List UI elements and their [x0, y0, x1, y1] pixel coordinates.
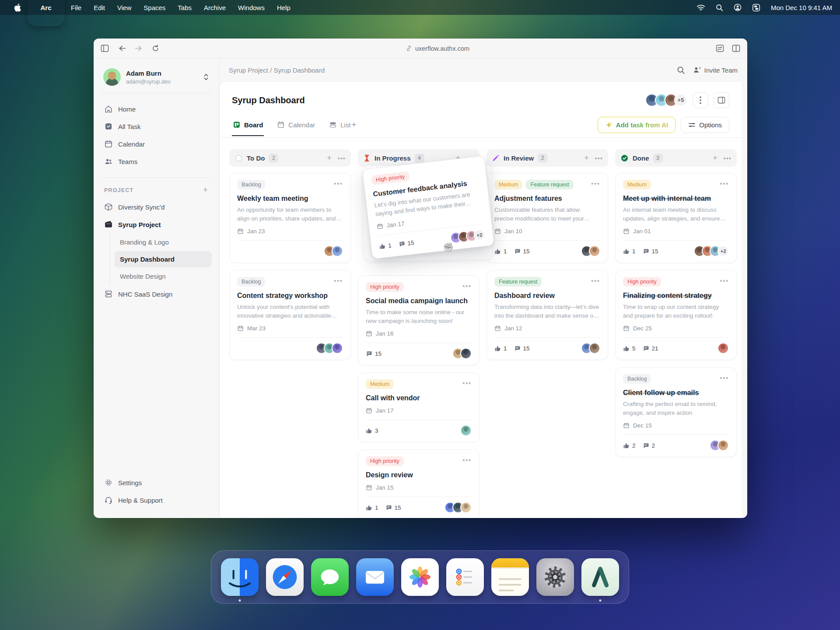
comments-stat[interactable]: 21	[643, 345, 658, 352]
add-card-button[interactable]: +	[327, 154, 332, 162]
split-view-icon[interactable]	[732, 45, 740, 52]
task-card[interactable]: Backlog••• Client follow up emails Craft…	[615, 367, 737, 457]
comments-stat[interactable]: 2	[643, 442, 655, 449]
sidebar-subproject-website-design[interactable]: Website Design	[115, 268, 212, 284]
column-menu-button[interactable]: •••	[338, 155, 346, 161]
task-card[interactable]: Feature request••• Dashboard review Tran…	[486, 270, 608, 360]
dock-app-safari[interactable]	[266, 558, 304, 596]
add-card-button[interactable]: +	[713, 154, 718, 162]
comments-stat[interactable]: 15	[514, 345, 530, 352]
card-menu-button[interactable]: •••	[720, 374, 729, 381]
dragged-task-card[interactable]: High priority Customer feedback analysis…	[362, 156, 494, 259]
task-card[interactable]: High priority••• Social media campaign l…	[358, 275, 480, 365]
wifi-icon[interactable]	[696, 4, 705, 11]
menu-item-archive[interactable]: Archive	[198, 4, 232, 11]
sidebar-item-home[interactable]: Home	[101, 100, 212, 118]
boost-icon[interactable]	[716, 45, 724, 52]
card-title[interactable]: Adjustment features	[494, 195, 600, 203]
sidebar-project-syrup-project[interactable]: Syrup Project	[101, 216, 212, 233]
sidebar-item-teams[interactable]: Teams	[101, 153, 212, 170]
url-bar[interactable]: uxerflow.authx.com	[159, 45, 716, 52]
menu-clock[interactable]: Mon Dec 10 9:41 AM	[771, 4, 832, 11]
menu-item-view[interactable]: View	[111, 4, 137, 11]
task-card[interactable]: MediumFeature request••• Adjustment feat…	[486, 173, 608, 263]
likes-stat[interactable]: 1	[494, 345, 507, 352]
account-switcher[interactable]: Adam Burn adam@syrup.dev	[101, 66, 212, 93]
more-options-button[interactable]	[693, 92, 708, 108]
dock-app-arc[interactable]	[581, 558, 619, 596]
card-menu-button[interactable]: •••	[591, 277, 600, 284]
sidebar-toggle-icon[interactable]	[101, 45, 109, 52]
card-menu-button[interactable]: •••	[462, 282, 472, 289]
dock-app-reminders[interactable]	[446, 558, 484, 596]
card-title[interactable]: Social media campaign launch	[366, 297, 472, 305]
sidebar-item-all-task[interactable]: All Task	[101, 118, 212, 135]
side-panel-toggle-button[interactable]	[714, 92, 729, 108]
card-title[interactable]: Finalizing content strategy	[623, 292, 729, 300]
sidebar-item-help-support[interactable]: Help & Support	[101, 491, 212, 509]
comments-stat[interactable]: 15	[643, 248, 658, 255]
menu-item-help[interactable]: Help	[271, 4, 297, 11]
dock-app-photos[interactable]	[401, 558, 439, 596]
avatar-overflow-badge[interactable]: +5	[674, 94, 687, 107]
likes-stat[interactable]: 1	[623, 248, 636, 255]
tab-list[interactable]: List	[328, 118, 351, 136]
add-project-button[interactable]: +	[203, 186, 208, 195]
menu-item-edit[interactable]: Edit	[88, 4, 111, 11]
card-title[interactable]: Design review	[366, 471, 472, 479]
task-card[interactable]: Backlog••• Content strategy workshop Unl…	[229, 270, 351, 360]
add-view-button[interactable]: +	[352, 120, 357, 135]
forward-icon[interactable]	[135, 45, 143, 52]
task-card[interactable]: Medium••• Call with vendor Jan 17 3	[358, 372, 480, 442]
menu-item-tabs[interactable]: Tabs	[172, 4, 198, 11]
task-card[interactable]: High priority••• Finalizing content stra…	[615, 270, 737, 360]
card-title[interactable]: Call with vendor	[366, 394, 472, 402]
likes-stat[interactable]: 1	[379, 242, 392, 250]
card-menu-button[interactable]: •••	[720, 277, 729, 284]
card-title[interactable]: Content strategy workshop	[237, 292, 343, 300]
card-menu-button[interactable]: •••	[462, 456, 472, 463]
card-menu-button[interactable]: •••	[334, 180, 343, 187]
options-button[interactable]: Options	[681, 117, 729, 133]
dock-app-messages[interactable]	[311, 558, 349, 596]
card-title[interactable]: Client follow up emails	[623, 389, 729, 397]
member-avatars[interactable]: +5	[645, 94, 687, 107]
back-icon[interactable]	[118, 45, 126, 52]
dock-app-settings[interactable]	[536, 558, 574, 596]
card-menu-button[interactable]: •••	[720, 180, 729, 187]
sidebar-project-diversity-sync-d[interactable]: Diversity Sync'd	[101, 198, 212, 216]
likes-stat[interactable]: 2	[623, 442, 636, 449]
sidebar-project-nhc-saas-design[interactable]: NHC SaaS Design	[101, 285, 212, 303]
card-menu-button[interactable]: •••	[334, 277, 343, 284]
search-icon[interactable]	[677, 66, 685, 74]
menu-item-spaces[interactable]: Spaces	[137, 4, 172, 11]
user-icon[interactable]	[734, 4, 742, 11]
sidebar-subproject-branding-logo[interactable]: Branding & Logo	[115, 234, 212, 250]
likes-stat[interactable]: 3	[366, 427, 378, 434]
dock-app-notes[interactable]	[491, 558, 529, 596]
menu-item-windows[interactable]: Windows	[232, 4, 271, 11]
likes-stat[interactable]: 1	[366, 504, 378, 511]
sidebar-subproject-syrup-dashboard[interactable]: Syrup Dashboard	[115, 251, 212, 267]
card-title[interactable]: Weekly team meeting	[237, 195, 343, 203]
card-title[interactable]: Meet up with internal team	[623, 195, 729, 203]
sidebar-item-settings[interactable]: Settings	[101, 474, 212, 491]
task-card[interactable]: Backlog••• Weekly team meeting An opport…	[229, 173, 351, 263]
likes-stat[interactable]: 1	[494, 248, 507, 255]
column-menu-button[interactable]: •••	[595, 155, 603, 161]
menu-item-arc[interactable]: Arc	[27, 0, 65, 26]
chevron-updown-icon[interactable]	[203, 73, 209, 81]
apple-menu[interactable]	[8, 4, 27, 12]
task-card[interactable]: Medium••• Meet up with internal team An …	[615, 173, 737, 263]
column-menu-button[interactable]: •••	[724, 155, 732, 161]
search-icon[interactable]	[716, 4, 723, 11]
comments-stat[interactable]: 15	[366, 350, 382, 357]
dock-app-mail[interactable]	[356, 558, 394, 596]
reload-icon[interactable]	[152, 45, 159, 52]
invite-team-button[interactable]: Invite Team	[693, 66, 738, 74]
task-card[interactable]: High priority••• Design review Jan 15 11…	[358, 449, 480, 518]
comments-stat[interactable]: 15	[385, 504, 401, 511]
card-menu-button[interactable]: •••	[462, 379, 472, 386]
control-center-icon[interactable]	[752, 4, 760, 12]
add-card-button[interactable]: +	[584, 154, 589, 162]
